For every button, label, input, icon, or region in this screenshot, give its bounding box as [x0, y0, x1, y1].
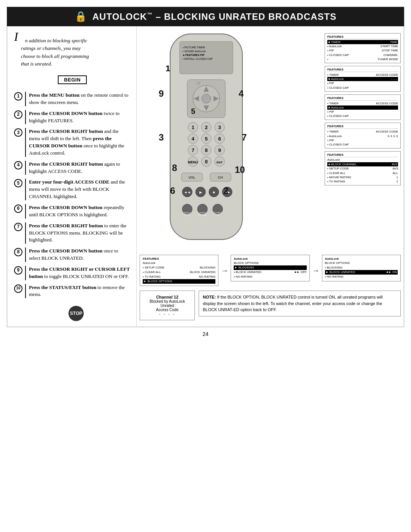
svg-text:9: 9: [159, 88, 164, 99]
step-10-number: 10: [14, 284, 22, 293]
step-4-number: 4: [14, 161, 22, 169]
svg-text:◄◄: ◄◄: [184, 190, 191, 194]
step-8: 8 Press the CURSOR DOWN button once to s…: [14, 248, 131, 262]
channel-line-5: - - - -: [144, 312, 191, 316]
note-row: Channel 12 Blocked by AutoLock Unrated A…: [140, 291, 401, 320]
svg-text:0: 0: [205, 159, 207, 165]
svg-text:2: 2: [205, 125, 207, 130]
screen-panel-2: FEATURES TIMERACCESS CODE ►AutoLock- - -…: [325, 66, 401, 92]
svg-text:CLOSE: CLOSE: [199, 214, 206, 216]
step-9-number: 9: [14, 266, 22, 275]
svg-text:10: 10: [235, 165, 245, 175]
begin-button: BEGIN: [58, 75, 87, 84]
svg-text:▶: ▶: [199, 190, 202, 194]
screen-panel-5: FEATURES AutoLock ►BLOCK CHANNELAV2 SETU…: [325, 151, 401, 185]
step-3: 3 Press the CURSOR RIGHT button and the …: [14, 128, 131, 157]
svg-text:LIST: LIST: [185, 214, 190, 216]
svg-text:8: 8: [172, 163, 177, 173]
svg-text:3: 3: [159, 132, 164, 142]
step-7: 7 Press the CURSOR RIGHT button to enter…: [14, 222, 131, 244]
bottom-panel-1: FEATURES AutoLock SETUP CODEBLOCKING CLE…: [140, 255, 218, 286]
channel-line-2: Blocked by AutoLock: [144, 299, 191, 304]
step-5: 5 Enter your four-digit ACCESS CODE and …: [14, 179, 131, 200]
svg-text:7: 7: [191, 147, 194, 153]
screen-panel-3: FEATURES TIMERACCESS CODE ►AutoLock PIP …: [325, 94, 401, 120]
svg-text:CH: CH: [218, 176, 223, 179]
main-content: In addition to blocking specific ratings…: [7, 26, 404, 327]
note-label: NOTE:: [203, 295, 216, 299]
svg-text:6: 6: [170, 185, 175, 196]
left-column: In addition to blocking specific ratings…: [7, 26, 137, 327]
step-6-number: 6: [14, 204, 22, 213]
channel-line-1: Channel 12: [144, 295, 191, 299]
page-header: 🔒 AutoLock™ – Blocking Unrated Broadcast…: [7, 7, 404, 26]
step-3-number: 3: [14, 128, 22, 137]
intro-text: In addition to blocking specific ratings…: [14, 32, 131, 68]
stop-button: STOP: [68, 306, 84, 321]
svg-text:• PICTURE    TIMER: • PICTURE TIMER: [183, 46, 205, 49]
step-7-number: 7: [14, 223, 22, 231]
svg-text:A/V: A/V: [216, 214, 220, 216]
svg-text:■: ■: [213, 190, 215, 194]
bottom-panels-row: FEATURES AutoLock SETUP CODEBLOCKING CLE…: [140, 255, 401, 286]
svg-text:7: 7: [242, 132, 247, 142]
step-2: 2 Press the CURSOR DOWN button twice to …: [14, 110, 131, 125]
svg-text:1: 1: [166, 64, 170, 73]
svg-text:VOL: VOL: [188, 176, 195, 179]
arrow-connector-1: →: [221, 255, 228, 275]
note-box: NOTE: If the BLOCK OPTION, BLOCK UNRATED…: [199, 291, 401, 316]
svg-text:6: 6: [218, 136, 221, 142]
svg-text:5: 5: [191, 107, 195, 115]
lock-icon: 🔒: [75, 11, 87, 22]
svg-text:5: 5: [205, 136, 207, 142]
svg-text:• INSTALL    CLOSED CAP: • INSTALL CLOSED CAP: [183, 58, 213, 60]
svg-text:• SOUND      AutoLock: • SOUND AutoLock: [183, 50, 206, 53]
channel-display: Channel 12 Blocked by AutoLock Unrated A…: [140, 291, 195, 320]
step-10: 10 Press the STATUS/EXIT button to remov…: [14, 284, 131, 299]
svg-text:2: 2: [223, 185, 228, 196]
screen-panel-1: FEATURES ►TIMERTIME AutoLockSTART TIME P…: [325, 33, 401, 63]
page-title: AutoLock™ – Blocking Unrated Broadcasts: [92, 11, 336, 22]
bottom-panel-3: AutoLock BLOCK OPTIONS BLOCKING BLOCK UN…: [322, 255, 401, 281]
step-5-number: 5: [14, 179, 22, 187]
screen-panel-4: FEATURES TIMERACCESS CODE AutoLockX X X …: [325, 123, 401, 149]
svg-text:1: 1: [191, 125, 194, 130]
screen-panels-column: FEATURES ►TIMERTIME AutoLockSTART TIME P…: [325, 30, 401, 251]
step-8-number: 8: [14, 248, 22, 256]
step-1: 1 Press the MENU button on the remote co…: [14, 92, 131, 106]
svg-text:ENT: ENT: [217, 161, 223, 164]
svg-text:►FEATURES    PIP: ►FEATURES PIP: [183, 54, 205, 56]
page-number: 24: [0, 327, 411, 341]
svg-text:8: 8: [205, 147, 207, 153]
svg-text:☞: ☞: [196, 80, 201, 86]
arrow-connector-2: →: [312, 255, 320, 275]
svg-text:4: 4: [191, 136, 194, 142]
svg-point-9: [202, 94, 211, 103]
step-4: 4 Press the CURSOR RIGHT button again to…: [14, 161, 131, 175]
svg-text:MENU: MENU: [188, 160, 198, 164]
note-text: If the BLOCK OPTION, BLOCK UNRATED contr…: [203, 295, 382, 312]
step-1-number: 1: [14, 92, 22, 101]
remote-illustration: • PICTURE TIMER • SOUND AutoLock ►FEATUR…: [140, 30, 325, 251]
svg-text:4: 4: [239, 88, 244, 99]
svg-text:9: 9: [218, 147, 221, 153]
step-9: 9 Press the CURSOR RIGHT or CURSOR LEFT …: [14, 266, 131, 280]
step-2-number: 2: [14, 110, 22, 119]
bottom-panel-2: AutoLock BLOCK OPTIONS BLOCKING BLOCK UN…: [231, 255, 309, 281]
channel-line-4: Access Code: [144, 308, 191, 312]
svg-text:3: 3: [218, 125, 221, 130]
step-6: 6 Press the CURSOR DOWN button repeatedl…: [14, 204, 131, 219]
channel-line-3: Unrated: [144, 304, 191, 308]
